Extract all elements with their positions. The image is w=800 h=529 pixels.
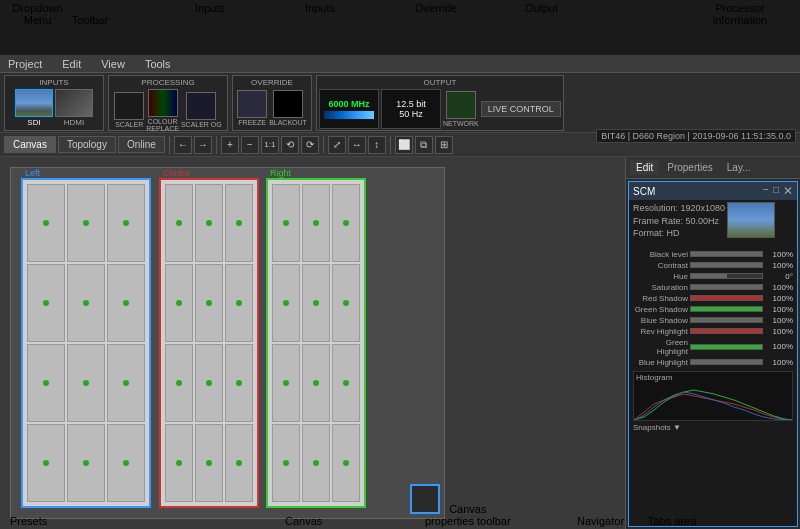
panel-center[interactable]: Centre	[159, 178, 259, 508]
panel-left-label: Left	[25, 168, 40, 178]
slider-track-4[interactable]	[690, 295, 763, 301]
grid-cell-r12	[332, 424, 360, 502]
slider-row-0[interactable]: Black level100%	[633, 250, 793, 259]
right-tab-properties[interactable]: Properties	[661, 160, 719, 175]
slider-track-3[interactable]	[690, 284, 763, 290]
scm-close-btn[interactable]: ✕	[783, 184, 793, 198]
menu-view[interactable]: View	[97, 58, 129, 70]
grid-cell-l12	[107, 424, 145, 502]
tool-fit[interactable]: ⤢	[328, 136, 346, 154]
input-hdmi-thumb[interactable]	[55, 89, 93, 117]
grid-cell-r11	[302, 424, 330, 502]
right-panel-header: Edit Properties Lay...	[626, 157, 800, 179]
processing-scaler-thumb[interactable]	[114, 92, 144, 120]
annotation-output: Output	[525, 2, 558, 14]
tool-select[interactable]: ⬜	[395, 136, 413, 154]
grid-cell-l4	[27, 264, 65, 342]
grid-cell-c12	[225, 424, 253, 502]
slider-fill-1	[691, 263, 762, 267]
panel-right-label: Right	[270, 168, 291, 178]
output-value1: 6000 MHz	[328, 99, 369, 109]
separator-4	[390, 136, 391, 154]
menu-project[interactable]: Project	[4, 58, 46, 70]
slider-fill-9	[691, 360, 762, 364]
slider-row-9[interactable]: Blue Highlight100%	[633, 358, 793, 367]
slider-value-9: 100%	[765, 358, 793, 367]
override-freeze-thumb[interactable]	[237, 90, 267, 118]
slider-track-0[interactable]	[690, 251, 763, 257]
slider-row-2[interactable]: Hue0°	[633, 272, 793, 281]
slider-row-1[interactable]: Contrast100%	[633, 261, 793, 270]
grid-cell-l7	[27, 344, 65, 422]
tool-back[interactable]: ←	[174, 136, 192, 154]
menu-tools[interactable]: Tools	[141, 58, 175, 70]
panel-right[interactable]: Right	[266, 178, 366, 508]
tab-online[interactable]: Online	[118, 136, 165, 153]
grid-cell-r6	[332, 264, 360, 342]
scm-minimize-btn[interactable]: −	[763, 184, 769, 198]
output-box1[interactable]: 6000 MHz	[319, 89, 379, 129]
slider-row-3[interactable]: Saturation100%	[633, 283, 793, 292]
navigator-box[interactable]	[410, 484, 440, 514]
slider-track-2[interactable]	[690, 273, 763, 279]
slider-fill-6	[691, 318, 762, 322]
status-bar: BIT46 | D660 Region | 2019-09-06 11:51:3…	[596, 129, 796, 143]
scm-title: SCM	[633, 186, 655, 197]
annotation-dropdown-menu: DropdownMenu	[10, 2, 65, 26]
tool-forward[interactable]: →	[194, 136, 212, 154]
panel-left[interactable]: Left	[21, 178, 151, 508]
slider-row-6[interactable]: Blue Shadow100%	[633, 316, 793, 325]
tool-zoom-in[interactable]: +	[221, 136, 239, 154]
grid-cell-c4	[165, 264, 193, 342]
live-control-btn[interactable]: LIVE CONTROL	[481, 101, 561, 117]
slider-row-5[interactable]: Green Shadow100%	[633, 305, 793, 314]
inputs-label: INPUTS	[39, 78, 68, 87]
right-tab-edit[interactable]: Edit	[630, 160, 659, 175]
slider-row-8[interactable]: Green Highlight100%	[633, 338, 793, 356]
output-content: 6000 MHz 12.5 bit 50 Hz NETWORK LIVE CON…	[319, 89, 561, 129]
slider-value-6: 100%	[765, 316, 793, 325]
tab-topology[interactable]: Topology	[58, 136, 116, 153]
menu-bar: Project Edit View Tools	[0, 55, 800, 73]
toolbar-strip: INPUTS SDI HDMI PROCESSING SCALER	[0, 73, 800, 133]
slider-label-3: Saturation	[633, 283, 688, 292]
tab-canvas[interactable]: Canvas	[4, 136, 56, 153]
separator-1	[169, 136, 170, 154]
panel-center-label: Centre	[163, 168, 190, 178]
slider-track-6[interactable]	[690, 317, 763, 323]
slider-row-4[interactable]: Red Shadow100%	[633, 294, 793, 303]
slider-label-8: Green Highlight	[633, 338, 688, 356]
sliders-container: Black level100%Contrast100%Hue0°Saturati…	[633, 250, 793, 367]
menu-edit[interactable]: Edit	[58, 58, 85, 70]
override-blackout-thumb[interactable]	[273, 90, 303, 118]
tool-zoom-reset[interactable]: 1:1	[261, 136, 279, 154]
processing-content: SCALER COLOURREPLACE SCALER OG	[114, 89, 222, 132]
slider-track-7[interactable]	[690, 328, 763, 334]
tool-flip-h[interactable]: ↔	[348, 136, 366, 154]
tool-flip-v[interactable]: ↕	[368, 136, 386, 154]
input-sdi-thumb[interactable]	[15, 89, 53, 117]
tool-rotate-cw[interactable]: ⟳	[301, 136, 319, 154]
canvas-area[interactable]: Left Centre	[0, 157, 625, 529]
scm-maximize-btn[interactable]: □	[773, 184, 779, 198]
output-section: OUTPUT 6000 MHz 12.5 bit 50 Hz NETWORK L…	[316, 75, 564, 131]
tool-grid[interactable]: ⊞	[435, 136, 453, 154]
grid-cell-l11	[67, 424, 105, 502]
tool-rotate-ccw[interactable]: ⟲	[281, 136, 299, 154]
grid-cell-c2	[195, 184, 223, 262]
output-network-thumb[interactable]	[446, 91, 476, 119]
right-tab-lay[interactable]: Lay...	[721, 160, 757, 175]
slider-row-7[interactable]: Rev Highlight100%	[633, 327, 793, 336]
output-box2[interactable]: 12.5 bit 50 Hz	[381, 89, 441, 129]
slider-track-9[interactable]	[690, 359, 763, 365]
tool-group[interactable]: ⧉	[415, 136, 433, 154]
processing-scaleroc-thumb[interactable]	[186, 92, 216, 120]
grid-cell-r7	[272, 344, 300, 422]
processing-colour-thumb[interactable]	[148, 89, 178, 117]
tool-zoom-out[interactable]: −	[241, 136, 259, 154]
slider-track-5[interactable]	[690, 306, 763, 312]
slider-track-8[interactable]	[690, 344, 763, 350]
slider-track-1[interactable]	[690, 262, 763, 268]
slider-fill-4	[691, 296, 762, 300]
override-blackout-label: BLACKOUT	[269, 119, 307, 126]
